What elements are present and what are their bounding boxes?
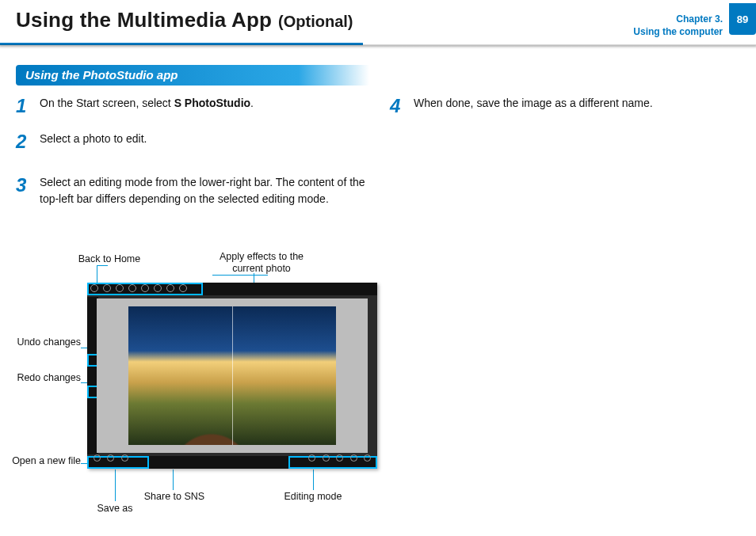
mode-icon[interactable] <box>323 454 330 462</box>
chapter-line2: Using the computer <box>633 25 723 38</box>
save-as-icon[interactable] <box>107 454 114 462</box>
mode-icon[interactable] <box>350 454 357 462</box>
effect-icon[interactable] <box>128 284 136 292</box>
mode-icon[interactable] <box>308 454 315 462</box>
before-after-divider <box>232 306 233 445</box>
leader-line <box>173 469 174 490</box>
step-3: 3 Select an editing mode from the lower-… <box>16 174 366 207</box>
step-1-text-pre: On the Start screen, select <box>40 97 174 109</box>
page-title: Using the Multimedia App <box>16 8 272 32</box>
step-1-text-post: . <box>250 97 254 109</box>
open-file-icon[interactable] <box>94 454 101 462</box>
home-icon[interactable] <box>90 284 98 292</box>
editor-canvas <box>97 298 368 453</box>
effect-icon[interactable] <box>116 284 124 292</box>
leader-line <box>313 469 314 490</box>
step-number: 4 <box>390 92 400 120</box>
page-header: Using the Multimedia App (Optional) Chap… <box>0 0 756 38</box>
callout-open-new-file: Open a new file <box>10 455 81 467</box>
callout-apply-effects: Apply effects to the current photo <box>206 251 317 275</box>
bottom-left-icons <box>92 452 130 467</box>
step-4-text: When done, save the image as a different… <box>414 97 653 109</box>
leader-line <box>212 275 268 276</box>
top-toolbar <box>87 283 377 295</box>
section-banner: Using the PhotoStudio app <box>16 65 369 86</box>
step-2: 2 Select a photo to edit. <box>16 131 366 147</box>
effect-icon[interactable] <box>166 284 174 292</box>
callout-back-to-home: Back to Home <box>70 253 149 265</box>
step-4: 4 When done, save the image as a differe… <box>390 95 740 112</box>
header-rule-shadow <box>0 44 756 49</box>
content-area: 1 On the Start screen, select S PhotoStu… <box>16 95 740 528</box>
effect-icon[interactable] <box>179 284 187 292</box>
bottom-toolbar <box>87 456 377 469</box>
callout-undo-changes: Undo changes <box>10 336 81 348</box>
header-right: Chapter 3. Using the computer 89 <box>633 8 756 38</box>
callout-redo-changes: Redo changes <box>10 372 81 384</box>
effect-icon[interactable] <box>154 284 162 292</box>
share-icon[interactable] <box>121 454 128 462</box>
step-2-text: Select a photo to edit. <box>40 132 147 145</box>
bottom-right-icons <box>307 452 372 467</box>
page-title-wrap: Using the Multimedia App (Optional) <box>16 8 353 32</box>
left-column: 1 On the Start screen, select S PhotoStu… <box>16 95 366 528</box>
chapter-line1: Chapter 3. <box>633 13 723 25</box>
page-title-suffix: (Optional) <box>278 13 353 31</box>
photostudio-window <box>87 283 377 469</box>
leader-line <box>97 265 97 283</box>
step-number: 3 <box>16 171 26 200</box>
step-1-text-bold: S PhotoStudio <box>174 97 250 109</box>
callout-share-to-sns: Share to SNS <box>135 491 214 503</box>
effect-icon[interactable] <box>103 284 111 292</box>
chapter-label: Chapter 3. Using the computer <box>633 8 729 38</box>
leader-line <box>115 469 116 501</box>
callout-editing-mode: Editing mode <box>273 491 353 503</box>
step-1: 1 On the Start screen, select S PhotoStu… <box>16 95 366 112</box>
step-number: 1 <box>16 92 26 120</box>
top-toolbar-icons <box>90 284 187 292</box>
callout-save-as: Save as <box>91 503 139 515</box>
step-number: 2 <box>16 127 26 156</box>
effect-icon[interactable] <box>141 284 149 292</box>
right-column: 4 When done, save the image as a differe… <box>390 95 740 528</box>
sample-photo <box>128 306 336 445</box>
leader-line <box>97 265 108 266</box>
mode-icon[interactable] <box>336 454 343 462</box>
step-3-text: Select an editing mode from the lower-ri… <box>40 176 365 205</box>
mode-icon[interactable] <box>364 454 371 462</box>
page-number-badge: 89 <box>729 3 756 35</box>
